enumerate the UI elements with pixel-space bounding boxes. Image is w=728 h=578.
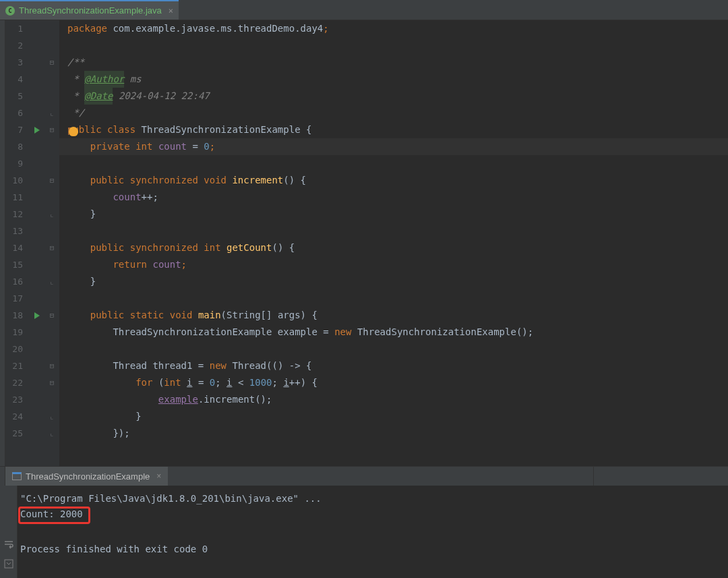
line-number[interactable]: 18 [5,310,30,320]
gutter-row: 2 [5,37,59,54]
editor-tab-bar: C ThreadSynchronizationExample.java × [0,0,728,20]
fold-marker[interactable]: ⌞ [44,210,59,219]
scroll-to-end-icon[interactable] [3,558,14,569]
run-config-icon [12,472,22,480]
line-number[interactable]: 12 [5,209,30,219]
line-number[interactable]: 13 [5,226,30,236]
gutter-row: 8 [5,138,59,155]
code-line[interactable]: */ [59,105,728,121]
gutter-row: 1 [5,20,59,37]
line-number[interactable]: 7 [5,125,30,135]
gutter-row: 7⊟ [5,121,59,138]
code-line[interactable] [59,290,728,307]
code-line[interactable]: for (int i = 0; i < 1000; i++) { [59,374,728,391]
gutter-row: 18⊟ [5,307,59,324]
editor-tab[interactable]: C ThreadSynchronizationExample.java × [0,0,179,20]
line-number[interactable]: 9 [5,158,30,169]
svg-rect-0 [5,560,13,568]
gutter-row: 12⌞ [5,206,59,223]
code-line[interactable]: Thread thread1 = new Thread(() -> { [59,357,728,374]
code-line[interactable]: private int count = 0; [59,138,728,155]
editor-area: 123⊟456⌞7⊟8910⊟1112⌞1314⊟1516⌞1718⊟19202… [0,20,728,466]
code-line[interactable]: example.increment(); [59,391,728,408]
fold-marker[interactable]: ⌞ [44,109,59,117]
gutter-row: 20 [5,341,59,357]
fold-marker[interactable]: ⊟ [44,125,59,134]
line-number[interactable]: 24 [5,411,30,422]
line-number[interactable]: 15 [5,260,30,270]
line-number[interactable]: 11 [5,192,30,202]
code-line[interactable] [59,37,728,54]
code-line[interactable] [59,341,728,357]
console-line: "C:\Program Files\Java\jdk1.8.0_201\bin\… [20,490,725,507]
code-line[interactable]: } [59,408,728,425]
line-number[interactable]: 5 [5,91,30,101]
code-line[interactable]: } [59,273,728,290]
code-line[interactable]: public synchronized void increment() { [59,172,728,189]
console-output[interactable]: "C:\Program Files\Java\jdk1.8.0_201\bin\… [18,486,728,578]
line-number[interactable]: 10 [5,175,30,185]
code-line[interactable]: package com.example.javase.ms.threadDemo… [59,20,728,37]
fold-marker[interactable]: ⊟ [44,176,59,185]
fold-marker[interactable]: ⌞ [44,429,59,438]
intention-bulb-icon[interactable] [69,127,78,136]
run-gutter-icon[interactable] [34,312,40,319]
close-icon[interactable]: × [169,6,173,16]
gutter-row: 14⊟ [5,239,59,256]
line-number[interactable]: 1 [5,24,30,34]
code-area[interactable]: package com.example.javase.ms.threadDemo… [59,20,728,466]
gutter-row: 22⊟ [5,374,59,391]
fold-marker[interactable]: ⊟ [44,311,59,320]
line-number[interactable]: 6 [5,108,30,118]
gutter-row: 15 [5,256,59,273]
line-number[interactable]: 25 [5,428,30,438]
code-line[interactable] [59,223,728,239]
line-number[interactable]: 4 [5,74,30,84]
fold-marker[interactable]: ⊟ [44,378,59,387]
fold-marker[interactable]: ⊟ [44,362,59,370]
line-number[interactable]: 3 [5,57,30,67]
line-number[interactable]: 8 [5,142,30,152]
code-line[interactable]: }); [59,425,728,442]
tab-filename: ThreadSynchronizationExample.java [19,5,162,16]
fold-marker[interactable]: ⌞ [44,412,59,421]
line-number[interactable]: 19 [5,327,30,337]
close-icon[interactable]: × [156,471,161,481]
gutter-row: 24⌞ [5,408,59,425]
gutter-row: 19 [5,324,59,341]
run-gutter-icon[interactable] [34,127,40,134]
console-tab[interactable]: ThreadSynchronizationExample × [5,467,168,486]
console-line: Process finished with exit code 0 [20,540,725,557]
line-number[interactable]: 17 [5,293,30,304]
code-line[interactable]: * @Date 2024-04-12 22:47 [59,88,728,105]
fold-marker[interactable]: ⌞ [44,277,59,286]
line-marker [30,127,44,134]
code-line[interactable]: public static void main(String[] args) { [59,307,728,324]
line-number[interactable]: 14 [5,243,30,253]
code-line[interactable] [59,155,728,172]
gutter-row: 5 [5,88,59,105]
code-line[interactable]: ThreadSynchronizationExample example = n… [59,324,728,341]
soft-wrap-icon[interactable] [3,540,14,550]
line-number[interactable]: 23 [5,395,30,405]
code-line[interactable]: count++; [59,189,728,206]
code-line[interactable]: public class ThreadSynchronizationExampl… [59,121,728,138]
fold-marker[interactable]: ⊟ [44,58,59,67]
code-line[interactable]: public synchronized int getCount() { [59,239,728,256]
console-panel: ThreadSynchronizationExample × "C:\Progr… [0,466,728,578]
line-number[interactable]: 20 [5,344,30,354]
code-line[interactable]: return count; [59,256,728,273]
gutter-row: 11 [5,189,59,206]
code-line[interactable]: * @Author ms [59,71,728,88]
gutter-row: 23 [5,391,59,408]
line-number[interactable]: 21 [5,361,30,371]
code-line[interactable]: } [59,206,728,223]
code-line[interactable]: /** [59,54,728,71]
line-number[interactable]: 16 [5,277,30,287]
console-tab-label: ThreadSynchronizationExample [26,471,150,482]
fold-marker[interactable]: ⊟ [44,243,59,252]
gutter-row: 13 [5,223,59,239]
line-number[interactable]: 2 [5,40,30,51]
line-number[interactable]: 22 [5,378,30,388]
gutter-row: 9 [5,155,59,172]
